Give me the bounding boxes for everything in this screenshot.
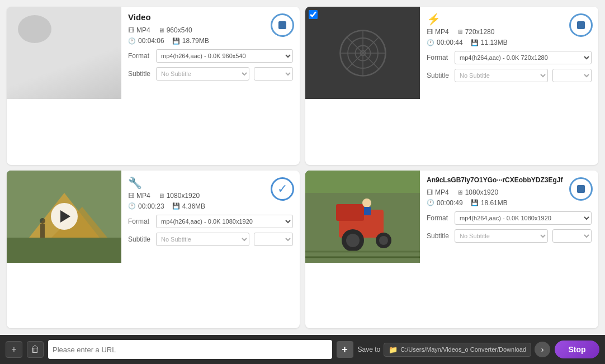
film-icon-3: 🎞 — [128, 192, 134, 199]
card-4-extra-select[interactable] — [552, 229, 592, 243]
url-input-container — [48, 340, 332, 359]
monitor-icon: 🖥 — [158, 27, 164, 34]
card-4-format-label: Format — [427, 214, 450, 222]
card-4-meta: 🎞 MP4 🖥 1080x1920 — [427, 188, 592, 196]
card-4-resolution: 🖥 1080x1920 — [457, 188, 498, 196]
disk-icon: 💾 — [172, 37, 180, 45]
disk-icon-4: 💾 — [471, 199, 479, 206]
card-1: Video 🎞 MP4 🖥 960x540 🕐 00:04:06 💾 — [7, 7, 300, 165]
card-1-stop-btn[interactable] — [271, 13, 294, 37]
add-url-btn[interactable]: + — [337, 341, 353, 358]
card-1-title: Video — [128, 12, 293, 22]
main-content: Video 🎞 MP4 🖥 960x540 🕐 00:04:06 💾 — [0, 0, 605, 335]
card-4-subtitle-label: Subtitle — [427, 232, 450, 240]
lightning-icon: ⚡ — [427, 12, 441, 26]
card-2-stop-btn[interactable] — [569, 13, 593, 37]
disc-svg — [338, 28, 388, 78]
card-4-format-row: Format mp4(h264,aac) - 0.0K 1080x1920 — [427, 211, 592, 225]
card-4-stop-btn[interactable] — [569, 177, 593, 201]
card-1-size: 💾 18.79MB — [172, 37, 209, 45]
card-3-subtitle-label: Subtitle — [128, 235, 152, 243]
clock-icon: 🕐 — [128, 37, 136, 45]
folder-icon: 📁 — [389, 346, 398, 354]
open-folder-btn[interactable]: › — [535, 342, 550, 357]
card-4-subtitle-select[interactable]: No Subtitle — [455, 229, 548, 243]
card-3-format-select[interactable]: mp4(h264,aac) - 0.0K 1080x1920 — [156, 215, 293, 228]
svg-rect-11 — [7, 238, 121, 263]
card-4-format-select[interactable]: mp4(h264,aac) - 0.0K 1080x1920 — [455, 211, 592, 225]
card-4-subtitle-row: Subtitle No Subtitle — [427, 229, 592, 243]
delete-item-btn[interactable]: 🗑 — [27, 341, 44, 358]
card-4-size: 💾 18.61MB — [471, 199, 508, 207]
card-1-format-select[interactable]: mp4(h264,aac) - 0.0K 960x540 — [156, 49, 293, 63]
card-4-title: An9cLsGB7ly7O1YGo···rCXEobbYDZ3EgJf — [427, 176, 592, 184]
clock-icon-2: 🕐 — [427, 39, 434, 46]
card-4-thumbnail — [305, 171, 420, 263]
card-3-meta2: 🕐 00:00:23 💾 4.36MB — [128, 202, 293, 210]
svg-point-23 — [362, 198, 371, 207]
monitor-icon-4: 🖥 — [457, 189, 463, 196]
tool-icon: 🔧 — [128, 176, 142, 190]
card-2-format-label: Format — [427, 54, 450, 62]
card-3-play-btn[interactable] — [51, 203, 78, 230]
plus-icon: + — [11, 344, 16, 354]
card-2-format-row: Format mp4(h264,aac) - 0.0K 720x1280 — [427, 51, 592, 64]
card-2-format-select[interactable]: mp4(h264,aac) - 0.0K 720x1280 — [455, 51, 592, 64]
card-3-subtitle-select[interactable]: No Subtitle — [156, 233, 249, 246]
card-2-subtitle-row: Subtitle No Subtitle — [427, 69, 592, 82]
card-2-subtitle-label: Subtitle — [427, 72, 450, 79]
clock-icon-4: 🕐 — [427, 199, 434, 206]
clock-icon-3: 🕐 — [128, 202, 136, 210]
card-3-thumbnail — [7, 171, 121, 263]
arrow-right-icon: › — [541, 345, 544, 354]
card-4-meta2: 🕐 00:00:49 💾 18.61MB — [427, 199, 592, 207]
card-3-size: 💾 4.36MB — [172, 202, 205, 210]
card-1-meta2: 🕐 00:04:06 💾 18.79MB — [128, 37, 293, 45]
card-2-resolution: 🖥 720x1280 — [457, 28, 495, 36]
disk-icon-2: 💾 — [471, 39, 479, 46]
url-input[interactable] — [53, 346, 328, 354]
film-icon-4: 🎞 — [427, 189, 433, 196]
card-2-checkbox[interactable] — [309, 10, 318, 19]
card-4-stop-icon — [577, 185, 585, 193]
card-3-format-label: Format — [128, 218, 152, 225]
tractor-svg — [305, 171, 420, 263]
card-1-meta: 🎞 MP4 🖥 960x540 — [128, 26, 293, 34]
card-1-info: Video 🎞 MP4 🖥 960x540 🕐 00:04:06 💾 — [121, 7, 300, 165]
card-2-thumbnail — [305, 7, 420, 99]
card-2-size: 💾 11.13MB — [471, 39, 508, 46]
card-1-stop-icon — [278, 21, 286, 29]
add-item-btn[interactable]: + — [6, 341, 22, 358]
card-2: ⚡ 🎞 MP4 🖥 720x1280 🕐 00:00:44 💾 — [305, 7, 598, 165]
card-2-subtitle-select[interactable]: No Subtitle — [455, 69, 548, 82]
card-3-check-btn[interactable]: ✓ — [271, 177, 294, 201]
card-2-stop-icon — [577, 21, 585, 29]
card-3-resolution: 🖥 1080x1920 — [158, 192, 200, 200]
save-to-section: Save to 📁 C:/Users/Mayn/Videos_o Convert… — [358, 342, 551, 357]
svg-point-20 — [379, 236, 388, 245]
card-3-format-row: Format mp4(h264,aac) - 0.0K 1080x1920 — [128, 215, 293, 228]
svg-point-13 — [40, 218, 45, 224]
card-3-info: 🔧 🎞 MP4 🖥 1080x1920 🕐 00:00:23 💾 — [121, 171, 300, 329]
card-1-subtitle-row: Subtitle No Subtitle — [128, 67, 293, 81]
checkmark-icon: ✓ — [277, 183, 287, 195]
disk-icon-3: 💾 — [172, 202, 180, 210]
svg-rect-25 — [305, 171, 420, 193]
save-path-btn[interactable]: 📁 C:/Users/Mayn/Videos_o Converter/Downl… — [384, 343, 531, 357]
card-2-extra-select[interactable] — [552, 69, 592, 82]
card-2-info: ⚡ 🎞 MP4 🖥 720x1280 🕐 00:00:44 💾 — [420, 7, 598, 165]
card-4: An9cLsGB7ly7O1YGo···rCXEobbYDZ3EgJf 🎞 MP… — [305, 171, 598, 329]
monitor-icon-2: 🖥 — [457, 29, 463, 35]
svg-rect-12 — [40, 224, 45, 238]
save-path-text: C:/Users/Mayn/Videos_o Converter/Downloa… — [400, 346, 526, 353]
card-1-extra-select[interactable] — [254, 67, 293, 81]
card-1-subtitle-select[interactable]: No Subtitle — [156, 67, 249, 81]
stop-button[interactable]: Stop — [555, 341, 599, 358]
card-3-meta: 🎞 MP4 🖥 1080x1920 — [128, 192, 293, 200]
svg-rect-24 — [364, 207, 371, 215]
card-4-duration: 🕐 00:00:49 — [427, 199, 463, 207]
card-1-format-row: Format mp4(h264,aac) - 0.0K 960x540 — [128, 49, 293, 63]
card-3-extra-select[interactable] — [254, 233, 293, 246]
card-1-subtitle-label: Subtitle — [128, 70, 152, 78]
film-icon-2: 🎞 — [427, 29, 433, 35]
